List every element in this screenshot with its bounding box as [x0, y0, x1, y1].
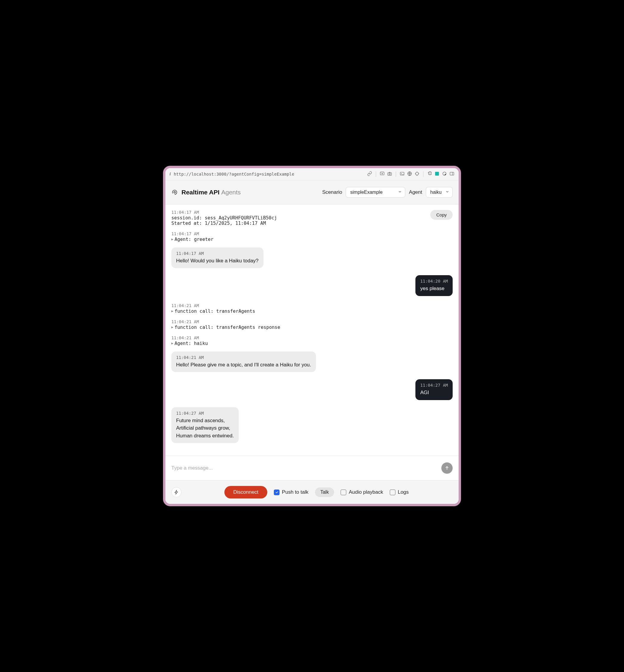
- log-line: ▶function call: transferAgents: [171, 308, 453, 314]
- user-message-bubble: 11:04:20 AMyes please: [415, 275, 453, 296]
- message-text: Hello! Please give me a topic, and I'll …: [176, 361, 311, 369]
- app-title: Realtime API Agents: [181, 189, 241, 196]
- disconnect-button[interactable]: Disconnect: [225, 486, 267, 498]
- user-message-row: 11:04:20 AMyes please: [171, 275, 453, 296]
- log-timestamp: 11:04:17 AM: [171, 231, 453, 236]
- logs-group[interactable]: Logs: [390, 489, 409, 495]
- log-entry[interactable]: 11:04:17 AM▶Agent: greeter: [171, 231, 453, 242]
- svg-rect-9: [450, 172, 454, 175]
- openai-logo-icon: [171, 189, 178, 196]
- download-icon[interactable]: [380, 171, 385, 177]
- logs-checkbox[interactable]: [390, 490, 395, 495]
- svg-rect-6: [435, 172, 439, 176]
- audio-playback-checkbox[interactable]: [341, 490, 346, 495]
- push-to-talk-group[interactable]: Push to talk: [274, 489, 308, 495]
- agent-select[interactable]: haiku: [426, 187, 453, 198]
- log-line: ▶function call: transferAgents response: [171, 325, 453, 330]
- footer-controls: Disconnect Push to talk Talk Audio playb…: [165, 480, 459, 504]
- push-to-talk-checkbox[interactable]: [274, 490, 280, 495]
- log-line: ▶Agent: greeter: [171, 237, 453, 242]
- svg-point-10: [174, 192, 176, 193]
- expand-triangle-icon: ▶: [171, 309, 174, 313]
- log-line: ▶Agent: haiku: [171, 341, 453, 346]
- app-window: i http://localhost:3000/?agentConfig=sim…: [163, 166, 461, 506]
- expand-triangle-icon: ▶: [171, 325, 174, 329]
- camera-icon[interactable]: [387, 171, 392, 177]
- info-icon: i: [170, 172, 171, 176]
- user-message-row: 11:04:27 AMAGI: [171, 379, 453, 400]
- app-icon[interactable]: [435, 171, 440, 177]
- agent-message-bubble: 11:04:17 AMHello! Would you like a Haiku…: [171, 247, 263, 268]
- svg-point-5: [416, 172, 419, 175]
- url-text: http://localhost:3000/?agentConfig=simpl…: [174, 172, 364, 176]
- log-entry[interactable]: 11:04:21 AM▶function call: transferAgent…: [171, 319, 453, 330]
- app-header: Realtime API Agents Scenario simpleExamp…: [165, 180, 459, 204]
- bolt-button[interactable]: [171, 487, 181, 497]
- url-tools: [367, 171, 454, 177]
- logs-label: Logs: [398, 489, 409, 495]
- link-icon[interactable]: [367, 171, 372, 177]
- session-info: 11:04:17 AM session.id: sess_Aq2yURHFQUR…: [171, 210, 453, 226]
- agent-message-row: 11:04:21 AMHello! Please give me a topic…: [171, 351, 453, 372]
- globe-icon[interactable]: [407, 171, 412, 177]
- talk-button[interactable]: Talk: [315, 488, 334, 497]
- message-input-row: [165, 455, 459, 480]
- message-timestamp: 11:04:21 AM: [176, 355, 311, 360]
- message-text: Future mind ascends, Artificial pathways…: [176, 417, 234, 440]
- message-timestamp: 11:04:27 AM: [176, 411, 234, 416]
- audio-playback-label: Audio playback: [349, 489, 383, 495]
- agent-label: Agent: [409, 189, 422, 195]
- expand-triangle-icon: ▶: [171, 341, 174, 345]
- log-timestamp: 11:04:21 AM: [171, 303, 453, 308]
- chevron-down-icon: [398, 190, 402, 195]
- agent-message-bubble: 11:04:27 AMFuture mind ascends, Artifici…: [171, 407, 239, 443]
- target-icon[interactable]: [415, 171, 420, 177]
- log-timestamp: 11:04:21 AM: [171, 319, 453, 324]
- expand-triangle-icon: ▶: [171, 237, 174, 241]
- push-to-talk-label: Push to talk: [282, 489, 308, 495]
- message-timestamp: 11:04:17 AM: [176, 251, 259, 256]
- audio-playback-group[interactable]: Audio playback: [341, 489, 383, 495]
- message-text: AGI: [420, 389, 448, 397]
- bolt-icon: [174, 490, 179, 495]
- arrow-up-icon: [444, 465, 450, 471]
- agent-message-row: 11:04:27 AMFuture mind ascends, Artifici…: [171, 407, 453, 443]
- svg-point-2: [389, 173, 390, 174]
- copy-button[interactable]: Copy: [430, 210, 453, 220]
- terminal-icon[interactable]: [399, 171, 405, 177]
- log-timestamp: 11:04:21 AM: [171, 335, 453, 340]
- message-input[interactable]: [171, 465, 438, 471]
- send-button[interactable]: [441, 463, 453, 474]
- message-text: yes please: [420, 285, 448, 293]
- scenario-select[interactable]: simpleExample: [346, 187, 405, 198]
- user-message-bubble: 11:04:27 AMAGI: [415, 379, 453, 400]
- message-timestamp: 11:04:20 AM: [420, 279, 448, 283]
- puzzle-icon[interactable]: [427, 171, 432, 177]
- agent-message-bubble: 11:04:21 AMHello! Please give me a topic…: [171, 351, 316, 372]
- agent-message-row: 11:04:17 AMHello! Would you like a Haiku…: [171, 247, 453, 268]
- browser-url-bar: i http://localhost:3000/?agentConfig=sim…: [165, 168, 459, 180]
- shield-icon[interactable]: [442, 171, 447, 177]
- message-timestamp: 11:04:27 AM: [420, 383, 448, 388]
- log-entry[interactable]: 11:04:21 AM▶Agent: haiku: [171, 335, 453, 346]
- message-text: Hello! Would you like a Haiku today?: [176, 257, 259, 265]
- scenario-label: Scenario: [322, 189, 342, 195]
- transcript-panel: Copy 11:04:17 AM session.id: sess_Aq2yUR…: [165, 204, 459, 456]
- svg-rect-3: [400, 172, 404, 175]
- sidebar-icon[interactable]: [449, 171, 454, 177]
- chevron-down-icon: [445, 190, 449, 195]
- svg-point-8: [445, 174, 446, 175]
- log-entry[interactable]: 11:04:21 AM▶function call: transferAgent…: [171, 303, 453, 314]
